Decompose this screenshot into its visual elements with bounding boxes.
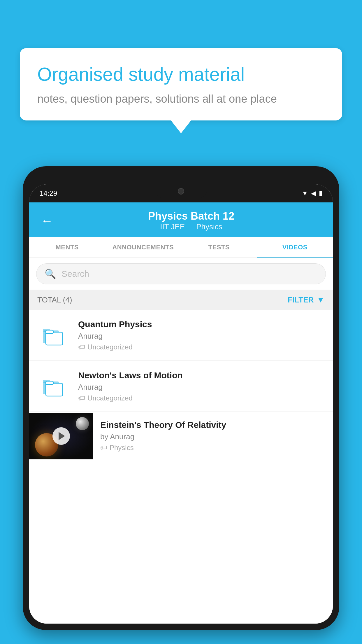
video-title: Einstein's Theory Of Relativity: [100, 420, 326, 430]
play-triangle-icon: [59, 432, 65, 440]
video-title: Newton's Laws of Motion: [78, 370, 325, 380]
folder-icon: [37, 370, 69, 402]
back-button[interactable]: ←: [41, 215, 53, 227]
phone-screen: 14:29 ▼ ◀ ▮ ← Physics Batch 12 IIT JEE: [29, 184, 333, 624]
signal-icon: ◀: [311, 190, 316, 197]
filter-label: FILTER: [288, 295, 314, 304]
header-subtitle-part1: IIT JEE: [160, 222, 185, 231]
search-container: 🔍 Search: [29, 258, 333, 290]
app-content: ← Physics Batch 12 IIT JEE Physics MENTS…: [29, 202, 333, 624]
video-tag: 🏷 Uncategorized: [78, 394, 325, 402]
video-info: Einstein's Theory Of Relativity by Anura…: [93, 412, 333, 460]
speech-bubble: Organised study material notes, question…: [20, 48, 342, 120]
header-subtitle: IIT JEE Physics: [61, 222, 321, 231]
video-tag: 🏷 Uncategorized: [78, 343, 325, 351]
filter-button[interactable]: FILTER ▼: [288, 295, 325, 304]
tag-icon: 🏷: [78, 343, 85, 351]
phone-frame: 14:29 ▼ ◀ ▮ ← Physics Batch 12 IIT JEE: [23, 166, 339, 630]
video-list: Quantum Physics Anurag 🏷 Uncategorized: [29, 310, 333, 460]
tag-icon: 🏷: [100, 444, 107, 452]
filter-bar: TOTAL (4) FILTER ▼: [29, 290, 333, 310]
list-item[interactable]: Quantum Physics Anurag 🏷 Uncategorized: [29, 310, 333, 361]
folder-icon: [37, 319, 69, 351]
svg-rect-3: [46, 330, 53, 333]
video-thumbnail: [29, 413, 93, 459]
bubble-title: Organised study material: [37, 63, 325, 86]
tabs-bar: MENTS ANNOUNCEMENTS TESTS VIDEOS: [29, 237, 333, 258]
video-info: Newton's Laws of Motion Anurag 🏷 Uncateg…: [78, 370, 325, 402]
status-icons: ▼ ◀ ▮: [302, 190, 322, 197]
moon-decoration: [76, 417, 89, 430]
tag-label: Uncategorized: [87, 343, 133, 351]
svg-rect-2: [46, 332, 63, 345]
total-count: TOTAL (4): [37, 295, 72, 304]
svg-rect-6: [46, 383, 63, 396]
play-button[interactable]: [52, 427, 70, 445]
front-camera: [178, 188, 184, 195]
search-placeholder: Search: [61, 269, 89, 279]
video-author: by Anurag: [100, 432, 326, 441]
app-header: ← Physics Batch 12 IIT JEE Physics: [29, 202, 333, 237]
tag-label: Physics: [110, 444, 134, 452]
bubble-subtitle: notes, question papers, solutions all at…: [37, 93, 325, 105]
tab-ments[interactable]: MENTS: [29, 237, 105, 258]
list-item[interactable]: Newton's Laws of Motion Anurag 🏷 Uncateg…: [29, 361, 333, 412]
header-subtitle-part2: Physics: [196, 222, 222, 231]
battery-icon: ▮: [319, 190, 322, 197]
tag-icon: 🏷: [78, 394, 85, 402]
tab-videos[interactable]: VIDEOS: [257, 237, 333, 258]
video-title: Quantum Physics: [78, 319, 325, 329]
video-author: Anurag: [78, 383, 325, 392]
video-tag: 🏷 Physics: [100, 444, 326, 452]
tab-tests[interactable]: TESTS: [181, 237, 257, 258]
search-bar[interactable]: 🔍 Search: [36, 263, 326, 284]
filter-icon: ▼: [317, 295, 325, 304]
header-center: Physics Batch 12 IIT JEE Physics: [61, 210, 321, 231]
tab-announcements[interactable]: ANNOUNCEMENTS: [105, 237, 181, 258]
wifi-icon: ▼: [302, 190, 308, 197]
svg-rect-7: [46, 381, 53, 384]
status-time: 14:29: [40, 189, 57, 197]
notch: [155, 184, 207, 198]
tag-label: Uncategorized: [87, 394, 133, 402]
search-icon: 🔍: [45, 268, 56, 279]
header-title: Physics Batch 12: [61, 210, 321, 222]
status-bar: 14:29 ▼ ◀ ▮: [29, 184, 333, 202]
video-author: Anurag: [78, 332, 325, 341]
video-info: Quantum Physics Anurag 🏷 Uncategorized: [78, 319, 325, 351]
list-item[interactable]: Einstein's Theory Of Relativity by Anura…: [29, 412, 333, 460]
